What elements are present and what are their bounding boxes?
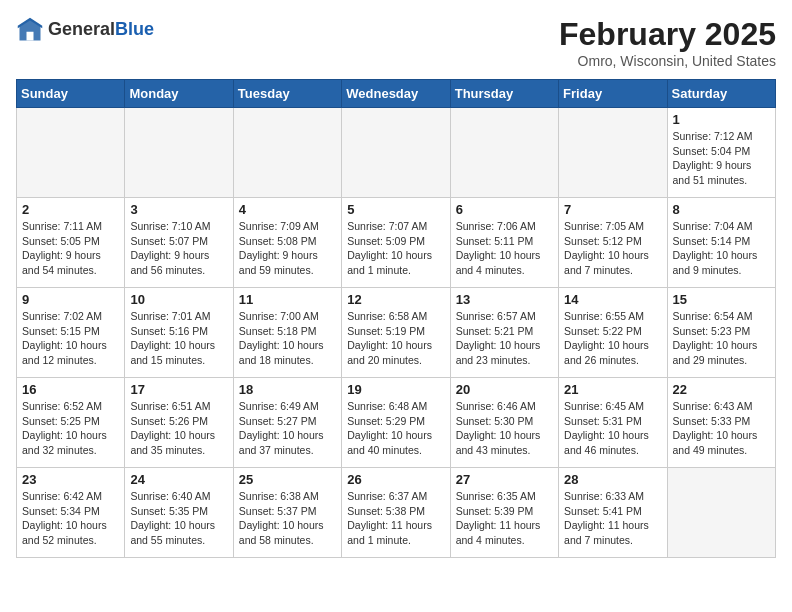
day-number: 9: [22, 292, 119, 307]
day-number: 19: [347, 382, 444, 397]
day-number: 6: [456, 202, 553, 217]
weekday-header: Tuesday: [233, 80, 341, 108]
calendar-day-cell: 23Sunrise: 6:42 AM Sunset: 5:34 PM Dayli…: [17, 468, 125, 558]
month-title: February 2025: [559, 16, 776, 53]
calendar-day-cell: [125, 108, 233, 198]
calendar-day-cell: 8Sunrise: 7:04 AM Sunset: 5:14 PM Daylig…: [667, 198, 775, 288]
calendar-day-cell: 9Sunrise: 7:02 AM Sunset: 5:15 PM Daylig…: [17, 288, 125, 378]
day-number: 11: [239, 292, 336, 307]
calendar-day-cell: [17, 108, 125, 198]
day-number: 18: [239, 382, 336, 397]
day-info: Sunrise: 6:52 AM Sunset: 5:25 PM Dayligh…: [22, 399, 119, 458]
day-info: Sunrise: 7:07 AM Sunset: 5:09 PM Dayligh…: [347, 219, 444, 278]
weekday-header: Thursday: [450, 80, 558, 108]
day-number: 7: [564, 202, 661, 217]
day-info: Sunrise: 6:51 AM Sunset: 5:26 PM Dayligh…: [130, 399, 227, 458]
day-info: Sunrise: 6:35 AM Sunset: 5:39 PM Dayligh…: [456, 489, 553, 548]
day-info: Sunrise: 6:55 AM Sunset: 5:22 PM Dayligh…: [564, 309, 661, 368]
location: Omro, Wisconsin, United States: [559, 53, 776, 69]
calendar-body: 1Sunrise: 7:12 AM Sunset: 5:04 PM Daylig…: [17, 108, 776, 558]
calendar-day-cell: 28Sunrise: 6:33 AM Sunset: 5:41 PM Dayli…: [559, 468, 667, 558]
calendar-day-cell: 17Sunrise: 6:51 AM Sunset: 5:26 PM Dayli…: [125, 378, 233, 468]
calendar-day-cell: [233, 108, 341, 198]
day-number: 17: [130, 382, 227, 397]
calendar-day-cell: 26Sunrise: 6:37 AM Sunset: 5:38 PM Dayli…: [342, 468, 450, 558]
day-info: Sunrise: 7:06 AM Sunset: 5:11 PM Dayligh…: [456, 219, 553, 278]
day-info: Sunrise: 6:37 AM Sunset: 5:38 PM Dayligh…: [347, 489, 444, 548]
day-info: Sunrise: 6:40 AM Sunset: 5:35 PM Dayligh…: [130, 489, 227, 548]
day-number: 21: [564, 382, 661, 397]
day-number: 4: [239, 202, 336, 217]
calendar-day-cell: 5Sunrise: 7:07 AM Sunset: 5:09 PM Daylig…: [342, 198, 450, 288]
calendar-day-cell: [450, 108, 558, 198]
day-info: Sunrise: 7:02 AM Sunset: 5:15 PM Dayligh…: [22, 309, 119, 368]
calendar-day-cell: [559, 108, 667, 198]
day-number: 27: [456, 472, 553, 487]
calendar-week-row: 23Sunrise: 6:42 AM Sunset: 5:34 PM Dayli…: [17, 468, 776, 558]
day-info: Sunrise: 6:33 AM Sunset: 5:41 PM Dayligh…: [564, 489, 661, 548]
day-number: 25: [239, 472, 336, 487]
calendar-day-cell: 6Sunrise: 7:06 AM Sunset: 5:11 PM Daylig…: [450, 198, 558, 288]
calendar-day-cell: 14Sunrise: 6:55 AM Sunset: 5:22 PM Dayli…: [559, 288, 667, 378]
calendar-day-cell: 21Sunrise: 6:45 AM Sunset: 5:31 PM Dayli…: [559, 378, 667, 468]
day-info: Sunrise: 6:54 AM Sunset: 5:23 PM Dayligh…: [673, 309, 770, 368]
day-number: 28: [564, 472, 661, 487]
calendar-week-row: 2Sunrise: 7:11 AM Sunset: 5:05 PM Daylig…: [17, 198, 776, 288]
day-number: 12: [347, 292, 444, 307]
day-info: Sunrise: 7:09 AM Sunset: 5:08 PM Dayligh…: [239, 219, 336, 278]
calendar-day-cell: 1Sunrise: 7:12 AM Sunset: 5:04 PM Daylig…: [667, 108, 775, 198]
day-number: 22: [673, 382, 770, 397]
day-number: 13: [456, 292, 553, 307]
calendar-day-cell: 4Sunrise: 7:09 AM Sunset: 5:08 PM Daylig…: [233, 198, 341, 288]
day-info: Sunrise: 6:46 AM Sunset: 5:30 PM Dayligh…: [456, 399, 553, 458]
weekday-header: Sunday: [17, 80, 125, 108]
calendar-day-cell: 18Sunrise: 6:49 AM Sunset: 5:27 PM Dayli…: [233, 378, 341, 468]
page-header: GeneralBlue February 2025 Omro, Wisconsi…: [16, 16, 776, 69]
day-info: Sunrise: 6:45 AM Sunset: 5:31 PM Dayligh…: [564, 399, 661, 458]
day-info: Sunrise: 7:10 AM Sunset: 5:07 PM Dayligh…: [130, 219, 227, 278]
calendar-day-cell: 16Sunrise: 6:52 AM Sunset: 5:25 PM Dayli…: [17, 378, 125, 468]
weekday-header: Wednesday: [342, 80, 450, 108]
calendar-week-row: 16Sunrise: 6:52 AM Sunset: 5:25 PM Dayli…: [17, 378, 776, 468]
day-info: Sunrise: 7:12 AM Sunset: 5:04 PM Dayligh…: [673, 129, 770, 188]
calendar-day-cell: 25Sunrise: 6:38 AM Sunset: 5:37 PM Dayli…: [233, 468, 341, 558]
calendar-week-row: 1Sunrise: 7:12 AM Sunset: 5:04 PM Daylig…: [17, 108, 776, 198]
calendar-day-cell: 15Sunrise: 6:54 AM Sunset: 5:23 PM Dayli…: [667, 288, 775, 378]
day-number: 5: [347, 202, 444, 217]
calendar-day-cell: 27Sunrise: 6:35 AM Sunset: 5:39 PM Dayli…: [450, 468, 558, 558]
day-number: 23: [22, 472, 119, 487]
calendar-day-cell: 11Sunrise: 7:00 AM Sunset: 5:18 PM Dayli…: [233, 288, 341, 378]
weekday-header: Monday: [125, 80, 233, 108]
day-info: Sunrise: 7:04 AM Sunset: 5:14 PM Dayligh…: [673, 219, 770, 278]
calendar: SundayMondayTuesdayWednesdayThursdayFrid…: [16, 79, 776, 558]
calendar-day-cell: 13Sunrise: 6:57 AM Sunset: 5:21 PM Dayli…: [450, 288, 558, 378]
logo-text: GeneralBlue: [48, 20, 154, 40]
calendar-day-cell: 10Sunrise: 7:01 AM Sunset: 5:16 PM Dayli…: [125, 288, 233, 378]
title-area: February 2025 Omro, Wisconsin, United St…: [559, 16, 776, 69]
logo: GeneralBlue: [16, 16, 154, 44]
day-info: Sunrise: 6:48 AM Sunset: 5:29 PM Dayligh…: [347, 399, 444, 458]
calendar-day-cell: 19Sunrise: 6:48 AM Sunset: 5:29 PM Dayli…: [342, 378, 450, 468]
calendar-day-cell: 12Sunrise: 6:58 AM Sunset: 5:19 PM Dayli…: [342, 288, 450, 378]
day-number: 14: [564, 292, 661, 307]
day-info: Sunrise: 6:38 AM Sunset: 5:37 PM Dayligh…: [239, 489, 336, 548]
weekday-header: Saturday: [667, 80, 775, 108]
weekday-header: Friday: [559, 80, 667, 108]
day-number: 10: [130, 292, 227, 307]
day-number: 2: [22, 202, 119, 217]
day-info: Sunrise: 7:00 AM Sunset: 5:18 PM Dayligh…: [239, 309, 336, 368]
calendar-day-cell: 20Sunrise: 6:46 AM Sunset: 5:30 PM Dayli…: [450, 378, 558, 468]
calendar-day-cell: 24Sunrise: 6:40 AM Sunset: 5:35 PM Dayli…: [125, 468, 233, 558]
day-number: 3: [130, 202, 227, 217]
calendar-week-row: 9Sunrise: 7:02 AM Sunset: 5:15 PM Daylig…: [17, 288, 776, 378]
day-info: Sunrise: 7:11 AM Sunset: 5:05 PM Dayligh…: [22, 219, 119, 278]
day-info: Sunrise: 6:57 AM Sunset: 5:21 PM Dayligh…: [456, 309, 553, 368]
calendar-day-cell: [342, 108, 450, 198]
calendar-day-cell: 22Sunrise: 6:43 AM Sunset: 5:33 PM Dayli…: [667, 378, 775, 468]
day-number: 16: [22, 382, 119, 397]
day-info: Sunrise: 6:42 AM Sunset: 5:34 PM Dayligh…: [22, 489, 119, 548]
day-number: 24: [130, 472, 227, 487]
day-number: 20: [456, 382, 553, 397]
svg-rect-2: [27, 32, 34, 41]
day-number: 15: [673, 292, 770, 307]
